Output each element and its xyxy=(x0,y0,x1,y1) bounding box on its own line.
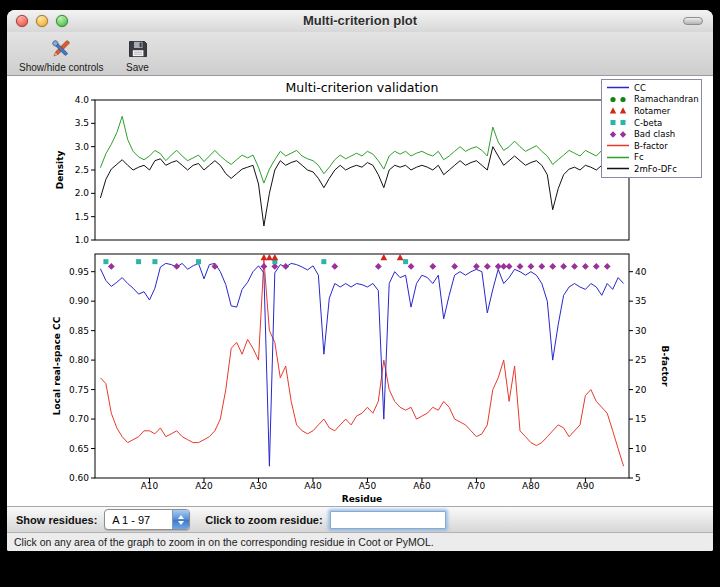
legend-entry: Bad clash xyxy=(605,128,698,140)
arrow-down-icon xyxy=(178,521,184,525)
save-label: Save xyxy=(126,62,149,73)
svg-text:0.95: 0.95 xyxy=(69,267,89,277)
residue-range-select[interactable]: A 1 - 97 xyxy=(104,509,190,530)
marker-square xyxy=(152,259,157,264)
legend-label: Fc xyxy=(634,152,644,162)
toolbar-toggle-button[interactable] xyxy=(683,17,703,25)
svg-text:35: 35 xyxy=(635,296,646,306)
svg-text:1.0: 1.0 xyxy=(75,235,90,245)
legend-line-icon xyxy=(605,83,631,92)
stepper-icon[interactable] xyxy=(172,510,189,529)
plot-area[interactable]: 1.01.52.02.53.03.54.00.600.650.700.750.8… xyxy=(7,76,713,506)
tools-icon xyxy=(48,36,74,61)
marker-square xyxy=(321,259,326,264)
svg-text:A80: A80 xyxy=(522,481,540,491)
legend-diamond-icon xyxy=(605,130,631,139)
svg-text:2.0: 2.0 xyxy=(75,188,90,198)
svg-text:40: 40 xyxy=(635,267,647,277)
svg-text:0.90: 0.90 xyxy=(69,296,89,306)
legend-entry: CC xyxy=(605,82,698,94)
top-axes[interactable] xyxy=(95,100,629,240)
status-text: Click on any area of the graph to zoom i… xyxy=(14,536,434,548)
zoom-residue-input[interactable] xyxy=(330,511,446,529)
arrow-up-icon xyxy=(178,515,184,519)
status-bar: Click on any area of the graph to zoom i… xyxy=(7,532,713,551)
svg-text:A90: A90 xyxy=(577,481,595,491)
svg-text:A30: A30 xyxy=(250,481,268,491)
legend-label: B-factor xyxy=(634,141,668,151)
zoom-residue-label: Click to zoom residue: xyxy=(205,514,322,526)
toolbar: Show/hide controls Save xyxy=(7,32,713,76)
title-bar[interactable]: Multi-criterion plot xyxy=(7,10,713,32)
svg-text:30: 30 xyxy=(635,326,647,336)
svg-text:A50: A50 xyxy=(359,481,377,491)
svg-text:2.5: 2.5 xyxy=(75,165,89,175)
svg-text:20: 20 xyxy=(635,385,647,395)
svg-text:A70: A70 xyxy=(468,481,486,491)
svg-text:4.0: 4.0 xyxy=(75,95,90,105)
bottom-axes[interactable] xyxy=(95,254,629,478)
marker-square xyxy=(403,259,408,264)
legend-circle-icon xyxy=(605,95,631,104)
svg-text:10: 10 xyxy=(635,444,647,454)
svg-text:0.70: 0.70 xyxy=(69,414,89,424)
figure-title: Multi-criterion validation xyxy=(95,80,629,95)
svg-text:0.60: 0.60 xyxy=(69,473,89,483)
legend-triangle-icon xyxy=(605,106,631,115)
legend-line-icon xyxy=(605,141,631,150)
legend-entry: B-factor xyxy=(605,140,698,152)
plot-legend: CCRamachandranRotamerC-betaBad clashB-fa… xyxy=(601,79,702,178)
save-icon xyxy=(126,36,150,61)
y-axis-label-density: Density xyxy=(55,151,65,190)
svg-text:0.65: 0.65 xyxy=(69,444,89,454)
show-residues-label: Show residues: xyxy=(16,514,97,526)
legend-label: Rotamer xyxy=(634,106,670,116)
legend-label: CC xyxy=(634,83,646,93)
legend-entry: Ramachandran xyxy=(605,94,698,106)
save-button[interactable]: Save xyxy=(122,35,154,74)
legend-entry: Rotamer xyxy=(605,105,698,117)
svg-text:A10: A10 xyxy=(141,481,159,491)
residue-range-value: A 1 - 97 xyxy=(105,510,172,529)
y-axis-label-cc: Local real-space CC xyxy=(52,316,62,415)
svg-text:A20: A20 xyxy=(195,481,213,491)
legend-label: C-beta xyxy=(634,118,662,128)
marker-square xyxy=(103,259,108,264)
show-hide-controls-button[interactable]: Show/hide controls xyxy=(15,35,108,74)
marker-square xyxy=(136,259,141,264)
legend-entry: Fc xyxy=(605,152,698,164)
svg-text:0.85: 0.85 xyxy=(69,326,89,336)
svg-text:0.75: 0.75 xyxy=(69,385,89,395)
marker-square xyxy=(196,259,201,264)
y-axis-label-bfactor: B-factor xyxy=(660,346,670,387)
legend-square-icon xyxy=(605,118,631,127)
legend-entry: C-beta xyxy=(605,117,698,129)
svg-text:25: 25 xyxy=(635,355,646,365)
x-axis-label: Residue xyxy=(342,494,382,504)
multi-criterion-plot-window: Multi-criterion plot Show/hide controls xyxy=(7,10,713,551)
window-title: Multi-criterion plot xyxy=(7,10,713,32)
show-hide-controls-label: Show/hide controls xyxy=(19,62,104,73)
svg-text:3.5: 3.5 xyxy=(75,118,89,128)
legend-entry: 2mFo-DFc xyxy=(605,163,698,175)
controls-bar: Show residues: A 1 - 97 Click to zoom re… xyxy=(7,506,713,532)
svg-text:A40: A40 xyxy=(304,481,322,491)
legend-label: Ramachandran xyxy=(634,94,699,104)
legend-label: Bad clash xyxy=(634,129,675,139)
svg-text:1.5: 1.5 xyxy=(75,212,89,222)
legend-line-icon xyxy=(605,153,631,162)
svg-text:3.0: 3.0 xyxy=(75,142,90,152)
svg-text:0.80: 0.80 xyxy=(69,355,89,365)
legend-label: 2mFo-DFc xyxy=(634,164,677,174)
svg-text:15: 15 xyxy=(635,414,646,424)
svg-text:5: 5 xyxy=(635,473,641,483)
svg-text:A60: A60 xyxy=(413,481,431,491)
legend-line-icon xyxy=(605,164,631,173)
